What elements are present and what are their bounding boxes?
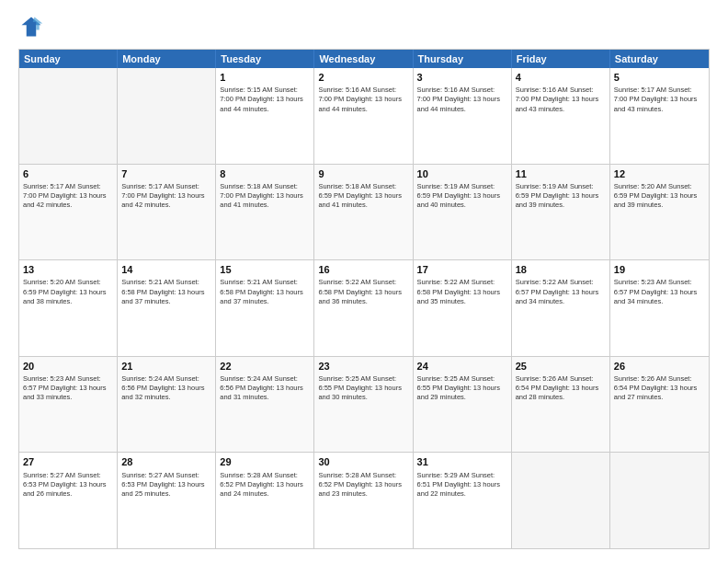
day-number: 19 xyxy=(614,263,705,276)
day-info: Sunrise: 5:27 AM Sunset: 6:53 PM Dayligh… xyxy=(121,471,211,499)
calendar: SundayMondayTuesdayWednesdayThursdayFrid… xyxy=(18,49,710,549)
day-cell-14: 14Sunrise: 5:21 AM Sunset: 6:58 PM Dayli… xyxy=(118,260,216,356)
day-header-saturday: Saturday xyxy=(610,50,709,68)
day-cell-5: 5Sunrise: 5:17 AM Sunset: 7:00 PM Daylig… xyxy=(610,68,709,164)
day-cell-20: 20Sunrise: 5:23 AM Sunset: 6:57 PM Dayli… xyxy=(19,357,118,453)
day-cell-30: 30Sunrise: 5:28 AM Sunset: 6:52 PM Dayli… xyxy=(314,453,413,548)
day-cell-8: 8Sunrise: 5:18 AM Sunset: 7:00 PM Daylig… xyxy=(216,165,314,260)
empty-cell xyxy=(512,453,610,548)
day-number: 22 xyxy=(220,360,310,373)
day-cell-18: 18Sunrise: 5:22 AM Sunset: 6:57 PM Dayli… xyxy=(512,260,610,356)
day-cell-22: 22Sunrise: 5:24 AM Sunset: 6:56 PM Dayli… xyxy=(216,357,314,453)
day-number: 1 xyxy=(220,71,310,84)
day-info: Sunrise: 5:20 AM Sunset: 6:59 PM Dayligh… xyxy=(614,182,705,210)
day-info: Sunrise: 5:21 AM Sunset: 6:58 PM Dayligh… xyxy=(220,278,310,305)
day-cell-12: 12Sunrise: 5:20 AM Sunset: 6:59 PM Dayli… xyxy=(610,165,709,260)
day-header-sunday: Sunday xyxy=(19,50,118,68)
day-info: Sunrise: 5:19 AM Sunset: 6:59 PM Dayligh… xyxy=(417,182,507,210)
day-number: 6 xyxy=(23,167,113,180)
day-cell-15: 15Sunrise: 5:21 AM Sunset: 6:58 PM Dayli… xyxy=(216,260,314,356)
day-info: Sunrise: 5:22 AM Sunset: 6:57 PM Dayligh… xyxy=(516,278,606,305)
day-info: Sunrise: 5:18 AM Sunset: 6:59 PM Dayligh… xyxy=(318,182,408,210)
day-info: Sunrise: 5:16 AM Sunset: 7:00 PM Dayligh… xyxy=(516,86,606,113)
day-number: 24 xyxy=(417,360,507,373)
day-cell-13: 13Sunrise: 5:20 AM Sunset: 6:59 PM Dayli… xyxy=(19,260,118,356)
day-number: 10 xyxy=(417,167,507,180)
day-number: 29 xyxy=(220,455,310,468)
day-number: 13 xyxy=(23,263,113,276)
day-info: Sunrise: 5:28 AM Sunset: 6:52 PM Dayligh… xyxy=(220,471,310,499)
day-info: Sunrise: 5:24 AM Sunset: 6:56 PM Dayligh… xyxy=(220,374,310,402)
day-info: Sunrise: 5:23 AM Sunset: 6:57 PM Dayligh… xyxy=(614,278,705,305)
day-header-wednesday: Wednesday xyxy=(314,50,413,68)
page: SundayMondayTuesdayWednesdayThursdayFrid… xyxy=(0,0,728,563)
day-cell-24: 24Sunrise: 5:25 AM Sunset: 6:55 PM Dayli… xyxy=(414,357,512,453)
day-info: Sunrise: 5:15 AM Sunset: 7:00 PM Dayligh… xyxy=(220,86,310,113)
empty-cell xyxy=(19,68,118,164)
day-info: Sunrise: 5:22 AM Sunset: 6:58 PM Dayligh… xyxy=(417,278,507,305)
calendar-row-3: 13Sunrise: 5:20 AM Sunset: 6:59 PM Dayli… xyxy=(19,259,709,356)
day-info: Sunrise: 5:19 AM Sunset: 6:59 PM Dayligh… xyxy=(516,182,606,210)
day-info: Sunrise: 5:26 AM Sunset: 6:54 PM Dayligh… xyxy=(516,374,606,402)
day-number: 31 xyxy=(417,455,507,468)
calendar-row-2: 6Sunrise: 5:17 AM Sunset: 7:00 PM Daylig… xyxy=(19,164,709,260)
day-cell-7: 7Sunrise: 5:17 AM Sunset: 7:00 PM Daylig… xyxy=(118,165,216,260)
day-cell-26: 26Sunrise: 5:26 AM Sunset: 6:54 PM Dayli… xyxy=(610,357,709,453)
day-info: Sunrise: 5:26 AM Sunset: 6:54 PM Dayligh… xyxy=(614,374,705,402)
day-number: 14 xyxy=(121,263,211,276)
day-number: 16 xyxy=(318,263,408,276)
day-cell-4: 4Sunrise: 5:16 AM Sunset: 7:00 PM Daylig… xyxy=(512,68,610,164)
day-number: 25 xyxy=(516,360,606,373)
day-info: Sunrise: 5:17 AM Sunset: 7:00 PM Dayligh… xyxy=(23,182,113,210)
day-number: 15 xyxy=(220,263,310,276)
day-info: Sunrise: 5:21 AM Sunset: 6:58 PM Dayligh… xyxy=(121,278,211,305)
calendar-row-1: 1Sunrise: 5:15 AM Sunset: 7:00 PM Daylig… xyxy=(19,68,709,164)
day-info: Sunrise: 5:22 AM Sunset: 6:58 PM Dayligh… xyxy=(318,278,408,305)
day-cell-2: 2Sunrise: 5:16 AM Sunset: 7:00 PM Daylig… xyxy=(314,68,413,164)
day-number: 26 xyxy=(614,360,705,373)
calendar-row-4: 20Sunrise: 5:23 AM Sunset: 6:57 PM Dayli… xyxy=(19,356,709,453)
logo xyxy=(18,14,48,40)
day-cell-28: 28Sunrise: 5:27 AM Sunset: 6:53 PM Dayli… xyxy=(118,453,216,548)
day-cell-19: 19Sunrise: 5:23 AM Sunset: 6:57 PM Dayli… xyxy=(610,260,709,356)
day-info: Sunrise: 5:16 AM Sunset: 7:00 PM Dayligh… xyxy=(318,86,408,113)
day-number: 5 xyxy=(614,71,705,84)
day-cell-11: 11Sunrise: 5:19 AM Sunset: 6:59 PM Dayli… xyxy=(512,165,610,260)
day-header-thursday: Thursday xyxy=(414,50,512,68)
day-cell-27: 27Sunrise: 5:27 AM Sunset: 6:53 PM Dayli… xyxy=(19,453,118,548)
day-info: Sunrise: 5:18 AM Sunset: 7:00 PM Dayligh… xyxy=(220,182,310,210)
day-number: 12 xyxy=(614,167,705,180)
day-number: 17 xyxy=(417,263,507,276)
day-cell-29: 29Sunrise: 5:28 AM Sunset: 6:52 PM Dayli… xyxy=(216,453,314,548)
day-info: Sunrise: 5:17 AM Sunset: 7:00 PM Dayligh… xyxy=(614,86,705,113)
empty-cell xyxy=(610,453,709,548)
day-cell-17: 17Sunrise: 5:22 AM Sunset: 6:58 PM Dayli… xyxy=(414,260,512,356)
day-cell-21: 21Sunrise: 5:24 AM Sunset: 6:56 PM Dayli… xyxy=(118,357,216,453)
day-info: Sunrise: 5:16 AM Sunset: 7:00 PM Dayligh… xyxy=(417,86,507,113)
day-number: 28 xyxy=(121,455,211,468)
day-cell-9: 9Sunrise: 5:18 AM Sunset: 6:59 PM Daylig… xyxy=(314,165,413,260)
day-number: 21 xyxy=(121,360,211,373)
day-info: Sunrise: 5:27 AM Sunset: 6:53 PM Dayligh… xyxy=(23,471,113,499)
day-number: 20 xyxy=(23,360,113,373)
day-cell-31: 31Sunrise: 5:29 AM Sunset: 6:51 PM Dayli… xyxy=(414,453,512,548)
day-info: Sunrise: 5:23 AM Sunset: 6:57 PM Dayligh… xyxy=(23,374,113,402)
day-cell-23: 23Sunrise: 5:25 AM Sunset: 6:55 PM Dayli… xyxy=(314,357,413,453)
day-cell-1: 1Sunrise: 5:15 AM Sunset: 7:00 PM Daylig… xyxy=(216,68,314,164)
day-number: 2 xyxy=(318,71,408,84)
day-number: 7 xyxy=(121,167,211,180)
day-info: Sunrise: 5:25 AM Sunset: 6:55 PM Dayligh… xyxy=(318,374,408,402)
day-number: 9 xyxy=(318,167,408,180)
empty-cell xyxy=(118,68,216,164)
day-info: Sunrise: 5:28 AM Sunset: 6:52 PM Dayligh… xyxy=(318,471,408,499)
calendar-body: 1Sunrise: 5:15 AM Sunset: 7:00 PM Daylig… xyxy=(19,68,709,548)
day-info: Sunrise: 5:24 AM Sunset: 6:56 PM Dayligh… xyxy=(121,374,211,402)
day-cell-3: 3Sunrise: 5:16 AM Sunset: 7:00 PM Daylig… xyxy=(414,68,512,164)
day-number: 27 xyxy=(23,455,113,468)
day-number: 8 xyxy=(220,167,310,180)
day-cell-10: 10Sunrise: 5:19 AM Sunset: 6:59 PM Dayli… xyxy=(414,165,512,260)
day-number: 30 xyxy=(318,455,408,468)
day-number: 23 xyxy=(318,360,408,373)
day-number: 4 xyxy=(516,71,606,84)
day-info: Sunrise: 5:20 AM Sunset: 6:59 PM Dayligh… xyxy=(23,278,113,305)
